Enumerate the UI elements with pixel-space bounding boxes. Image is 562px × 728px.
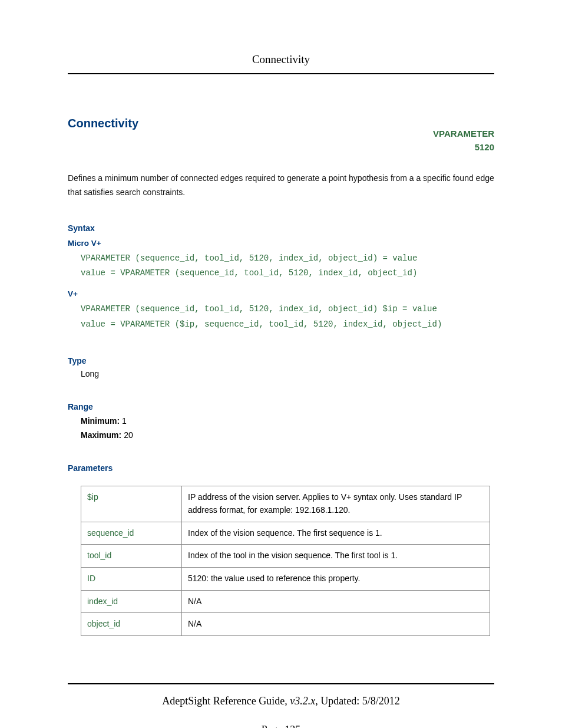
- range-maximum: Maximum: 20: [81, 430, 494, 440]
- vplus-heading: V+: [68, 289, 494, 298]
- vplus-line1: VPARAMETER (sequence_id, tool_id, 5120, …: [81, 304, 437, 314]
- footer: AdeptSight Reference Guide, v3.2.x, Upda…: [68, 683, 494, 707]
- parameters-table: $ip IP address of the vision server. App…: [81, 486, 490, 636]
- footer-updated: , Updated: 5/8/2012: [315, 695, 399, 707]
- table-row: ID 5120: the value used to reference thi…: [81, 567, 490, 590]
- parameters-heading: Parameters: [68, 463, 494, 473]
- title-row: Connectivity VPARAMETER 5120: [68, 117, 494, 130]
- section-title: Connectivity: [68, 117, 494, 130]
- type-heading: Type: [68, 356, 494, 365]
- syntax-heading: Syntax: [68, 223, 494, 233]
- range-heading: Range: [68, 402, 494, 411]
- micro-vplus-heading: Micro V+: [68, 239, 494, 248]
- page-header: Connectivity: [68, 0, 494, 74]
- param-desc: 5120: the value used to reference this p…: [182, 567, 490, 590]
- range-min-label: Minimum:: [81, 416, 120, 426]
- range-min-value: 1: [122, 416, 127, 426]
- table-row: tool_id Index of the tool in the vision …: [81, 545, 490, 568]
- table-row: index_id N/A: [81, 590, 490, 613]
- micro-code-block: VPARAMETER (sequence_id, tool_id, 5120, …: [81, 251, 494, 282]
- param-desc: IP address of the vision server. Applies…: [182, 486, 490, 522]
- intro-paragraph: Defines a minimum number of connected ed…: [68, 172, 494, 200]
- param-name: object_id: [81, 613, 182, 636]
- footer-version: , v3.2.x: [285, 695, 315, 707]
- param-name: sequence_id: [81, 522, 182, 545]
- range-max-value: 20: [124, 430, 133, 440]
- param-desc: N/A: [182, 613, 490, 636]
- vparameter-label: VPARAMETER: [433, 127, 494, 141]
- param-name: index_id: [81, 590, 182, 613]
- table-row: $ip IP address of the vision server. App…: [81, 486, 490, 522]
- vplus-line2: value = VPARAMETER ($ip, sequence_id, to…: [81, 319, 442, 329]
- micro-line1: VPARAMETER (sequence_id, tool_id, 5120, …: [81, 253, 417, 263]
- type-value: Long: [81, 369, 494, 378]
- footer-doc-title: AdeptSight Reference Guide: [162, 695, 285, 707]
- param-name: $ip: [81, 486, 182, 522]
- micro-line2: value = VPARAMETER (sequence_id, tool_id…: [81, 268, 417, 278]
- table-row: sequence_id Index of the vision sequence…: [81, 522, 490, 545]
- param-desc: N/A: [182, 590, 490, 613]
- range-max-label: Maximum:: [81, 430, 121, 440]
- param-name: tool_id: [81, 545, 182, 568]
- param-desc: Index of the vision sequence. The first …: [182, 522, 490, 545]
- vparameter-badge: VPARAMETER 5120: [433, 127, 494, 154]
- vparameter-code: 5120: [433, 141, 494, 154]
- page-header-title: Connectivity: [252, 53, 310, 65]
- table-row: object_id N/A: [81, 613, 490, 636]
- param-desc: Index of the tool in the vision sequence…: [182, 545, 490, 568]
- page-number: Page 135: [68, 724, 494, 728]
- param-name: ID: [81, 567, 182, 590]
- vplus-code-block: VPARAMETER (sequence_id, tool_id, 5120, …: [81, 302, 494, 332]
- range-minimum: Minimum: 1: [81, 416, 494, 426]
